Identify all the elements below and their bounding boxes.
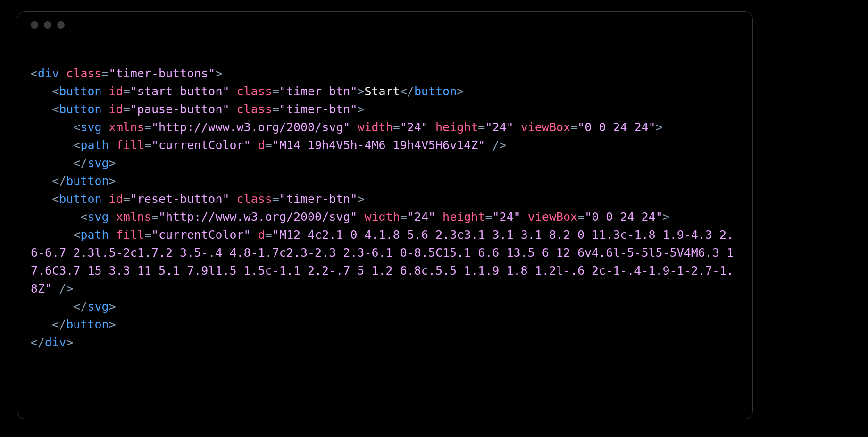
code-token-attr: d [258, 228, 265, 242]
code-line: <path fill="currentColor" d="M12 4c2.1 0… [31, 226, 739, 298]
window-dot-minimize-icon[interactable] [44, 21, 51, 29]
code-token-str: "start-button" [130, 84, 230, 98]
code-token-tag: button [414, 84, 457, 98]
code-token-punc [102, 102, 109, 116]
code-token-punc: = [265, 138, 272, 152]
code-token-punc: </ [73, 156, 87, 170]
code-line: </svg> [31, 298, 739, 316]
code-token-punc: </ [31, 336, 45, 349]
code-token-attr: class [66, 67, 101, 80]
code-token-attr: xmlns [116, 210, 151, 224]
window-dot-zoom-icon[interactable] [57, 21, 65, 29]
code-token-str: "24" [407, 210, 435, 224]
code-token-str: "timer-btn" [279, 84, 358, 98]
code-line: </div> [31, 334, 739, 352]
code-token-punc: > [457, 84, 464, 98]
code-token-punc: > [357, 84, 364, 98]
code-line: <button id="reset-button" class="timer-b… [31, 190, 739, 208]
code-token-punc [229, 102, 236, 116]
code-token-tag: path [80, 138, 108, 152]
code-token-punc: < [73, 138, 80, 152]
code-token-str: "24" [492, 210, 520, 224]
code-token-tag: div [38, 67, 59, 80]
code-token-tag: path [80, 228, 108, 242]
code-token-punc: </ [52, 174, 66, 188]
code-token-str: "timer-buttons" [109, 67, 216, 80]
code-token-punc [428, 120, 435, 134]
code-line: <div class="timer-buttons"> [31, 65, 739, 83]
code-token-attr: fill [116, 228, 144, 242]
code-token-punc [109, 138, 116, 152]
code-token-str: "24" [400, 120, 428, 134]
code-token-punc: /> [485, 138, 506, 152]
code-token-punc: = [265, 228, 272, 242]
code-token-punc: < [52, 102, 59, 116]
code-token-tag: button [59, 84, 101, 98]
code-token-punc [514, 120, 521, 134]
code-token-str: "currentColor" [151, 228, 251, 242]
window-titlebar [17, 12, 752, 38]
code-line: </button> [31, 172, 739, 190]
code-token-attr: viewBox [528, 210, 577, 224]
code-token-punc: > [109, 300, 116, 313]
code-token-punc [251, 138, 258, 152]
code-token-punc: > [109, 156, 116, 170]
code-token-punc: = [144, 120, 151, 134]
code-token-punc: < [52, 84, 59, 98]
code-line: </svg> [31, 154, 739, 172]
code-token-punc: > [66, 336, 73, 349]
code-token-punc: > [663, 210, 670, 224]
code-token-punc: = [570, 120, 577, 134]
code-token-attr: id [109, 192, 123, 206]
code-token-punc: = [123, 84, 130, 98]
code-token-punc: = [393, 120, 400, 134]
code-token-punc [229, 192, 236, 206]
code-line: <svg xmlns="http://www.w3.org/2000/svg" … [31, 208, 739, 226]
code-token-tag: svg [87, 210, 108, 224]
code-token-punc: = [478, 120, 485, 134]
code-token-tag: button [66, 174, 108, 188]
code-token-punc [102, 120, 109, 134]
code-token-punc [435, 210, 442, 224]
code-token-punc: > [656, 120, 663, 134]
code-token-punc: = [102, 67, 109, 80]
code-token-tag: svg [87, 156, 108, 170]
code-token-str: "pause-button" [130, 102, 230, 116]
code-token-str: "currentColor" [151, 138, 251, 152]
code-token-attr: class [237, 102, 272, 116]
code-token-punc [229, 84, 236, 98]
code-token-punc [350, 120, 357, 134]
code-token-str: "http://www.w3.org/2000/svg" [159, 210, 357, 224]
code-token-punc: /> [52, 282, 73, 295]
code-token-attr: height [442, 210, 485, 224]
code-token-punc: = [272, 192, 279, 206]
code-token-text: Start [365, 84, 400, 98]
code-token-punc: = [123, 102, 130, 116]
code-token-punc [521, 210, 528, 224]
code-token-punc: < [73, 210, 87, 224]
code-token-punc: > [357, 192, 364, 206]
code-token-punc: < [73, 228, 80, 242]
code-token-tag: button [66, 318, 108, 331]
code-line: <button id="start-button" class="timer-b… [31, 83, 739, 101]
code-token-tag: div [45, 336, 66, 349]
code-block: <div class="timer-buttons"> <button id="… [17, 38, 752, 363]
code-token-attr: id [109, 102, 123, 116]
code-token-attr: viewBox [521, 120, 570, 134]
code-token-attr: xmlns [109, 120, 144, 134]
code-token-attr: d [258, 138, 265, 152]
code-token-attr: height [435, 120, 478, 134]
code-token-tag: button [59, 102, 101, 116]
code-token-str: "reset-button" [130, 192, 230, 206]
code-token-str: "http://www.w3.org/2000/svg" [151, 120, 350, 134]
code-token-punc: < [31, 67, 38, 80]
code-token-punc: = [272, 84, 279, 98]
code-token-punc: < [52, 192, 59, 206]
window-dot-close-icon[interactable] [31, 21, 38, 29]
code-token-punc: = [144, 138, 151, 152]
code-token-punc [59, 67, 66, 80]
code-token-punc: = [123, 192, 130, 206]
code-token-attr: id [109, 84, 123, 98]
code-token-str: "0 0 24 24" [584, 210, 663, 224]
code-token-str: "timer-btn" [279, 192, 358, 206]
